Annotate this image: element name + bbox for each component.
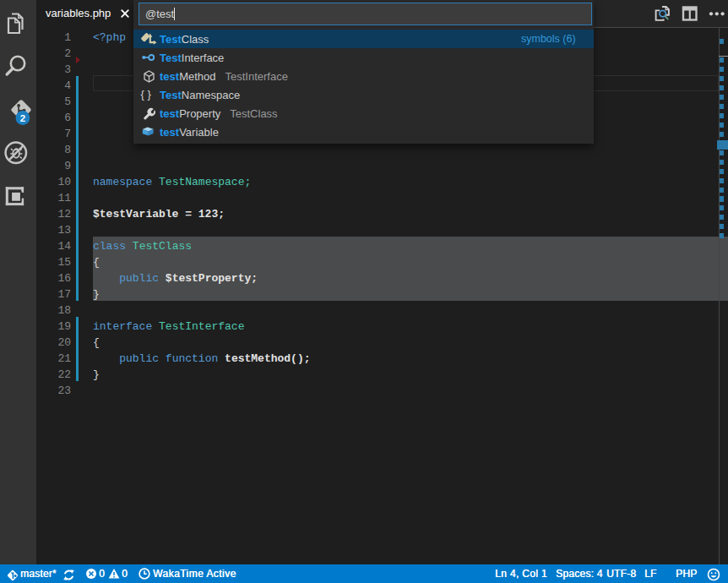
svg-text:2: 2 (20, 113, 25, 123)
